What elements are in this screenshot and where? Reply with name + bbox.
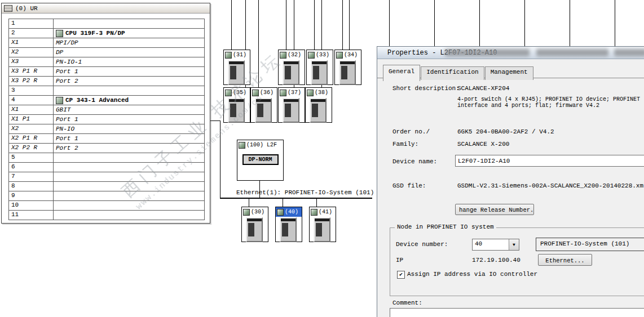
rack-row[interactable]: X1GBIT bbox=[8, 105, 205, 115]
device-number-label: Device number: bbox=[396, 241, 448, 248]
rack-table: 12CPU 319F-3 PN/DPX1MPI/DPX2DPX3PN-IO-1X… bbox=[8, 19, 205, 220]
rack-row[interactable]: 9 bbox=[8, 191, 205, 201]
slot-label: 5 bbox=[8, 153, 54, 162]
rack-row[interactable]: 11 bbox=[8, 211, 205, 220]
device-node-100-l2f[interactable]: (100) L2F DP-NORM bbox=[237, 140, 284, 181]
device-header: (32) bbox=[279, 50, 305, 60]
order-no-value: 6GK5 204-0BA00-2AF2 / V4.2 bbox=[457, 128, 554, 135]
rack-row[interactable]: X1 P1Port 1 bbox=[8, 115, 205, 124]
device-icon bbox=[225, 52, 232, 59]
device-icon bbox=[252, 90, 259, 96]
module-name: Port 1 bbox=[56, 68, 78, 75]
comment-label: Comment: bbox=[392, 300, 422, 306]
chevron-down-icon[interactable]: ▼ bbox=[509, 239, 519, 250]
rack-row[interactable]: X2 P1 RPort 1 bbox=[8, 134, 205, 144]
module-graphic bbox=[283, 60, 299, 85]
device-name-input[interactable] bbox=[455, 155, 644, 167]
device-number-value: 40 bbox=[473, 239, 509, 250]
rack-row[interactable]: X2DP bbox=[8, 48, 205, 57]
device-node-33[interactable]: (33) bbox=[306, 50, 333, 85]
device-label: (40) bbox=[285, 209, 298, 215]
tab-management[interactable]: Management bbox=[485, 66, 533, 80]
rack-row[interactable]: 4CP 343-1 Advanced bbox=[8, 96, 205, 105]
rack-row[interactable]: X3PN-IO-1 bbox=[8, 57, 205, 67]
device-graphic bbox=[251, 97, 277, 123]
device-label: (41) bbox=[319, 209, 332, 215]
module-cell: PN-IO bbox=[54, 124, 205, 133]
device-label: (100) L2F bbox=[246, 142, 277, 148]
comment-textarea[interactable] bbox=[390, 308, 644, 317]
device-header: (40) bbox=[276, 207, 302, 217]
device-graphic bbox=[335, 60, 361, 85]
module-cell bbox=[54, 201, 205, 210]
device-header: (38) bbox=[306, 88, 332, 97]
rack-row[interactable]: 1 bbox=[8, 19, 205, 29]
device-label: (35) bbox=[233, 90, 246, 96]
device-node-41[interactable]: (41) bbox=[309, 207, 336, 242]
rack-row[interactable]: 8 bbox=[8, 182, 205, 191]
gsd-file-label: GSD file: bbox=[392, 182, 426, 189]
device-header: (37) bbox=[279, 88, 305, 97]
module-cell bbox=[54, 153, 205, 162]
device-node-36[interactable]: (36) bbox=[250, 87, 277, 123]
profinet-bus-label[interactable]: Ethernet(1): PROFINET-IO-System (101) bbox=[236, 189, 374, 196]
slot-label: 11 bbox=[8, 211, 54, 220]
module-cell: Port 1 bbox=[54, 67, 205, 76]
slot-label: 7 bbox=[8, 172, 54, 181]
device-node-30[interactable]: (30) bbox=[241, 207, 268, 242]
device-number-combobox[interactable]: 40 ▼ bbox=[472, 239, 519, 251]
device-node-31[interactable]: (31) bbox=[223, 50, 250, 85]
slot-label: X2 P2 R bbox=[8, 144, 54, 153]
device-node-37[interactable]: (37) bbox=[278, 87, 305, 123]
io-system-field: PROFINET-IO-System (101) bbox=[536, 238, 644, 251]
tab-general[interactable]: General bbox=[383, 65, 420, 81]
family-value: SCALANCE X-200 bbox=[457, 141, 509, 148]
device-node-40[interactable]: (40) bbox=[275, 207, 302, 242]
ip-label: IP bbox=[396, 257, 403, 264]
device-node-32[interactable]: (32) bbox=[278, 50, 305, 85]
module-graphic bbox=[339, 60, 356, 85]
rack-window: (0) UR 12CPU 319F-3 PN/DPX1MPI/DPX2DPX3P… bbox=[1, 3, 210, 224]
module-cell bbox=[54, 211, 205, 220]
rack-window-titlebar[interactable]: (0) UR bbox=[2, 3, 210, 14]
node-group-box: Node in PROFINET IO system Device number… bbox=[390, 227, 644, 296]
device-label: (30) bbox=[251, 209, 264, 215]
rack-row[interactable]: 5 bbox=[8, 153, 205, 163]
rack-row[interactable]: X2PN-IO bbox=[8, 124, 205, 134]
rack-row[interactable]: 6 bbox=[8, 163, 205, 172]
device-graphic bbox=[306, 97, 332, 123]
device-node-34[interactable]: (34) bbox=[334, 50, 361, 85]
slot-label: 1 bbox=[8, 19, 54, 28]
rack-row[interactable]: X2 P2 RPort 2 bbox=[8, 144, 205, 153]
device-icon bbox=[280, 90, 286, 96]
dialog-titlebar[interactable]: Properties - L2F07-1DI2-A10 bbox=[377, 47, 644, 59]
change-release-number-button[interactable]: hange Release Number. bbox=[455, 204, 534, 215]
rack-window-title: (0) UR bbox=[15, 5, 38, 12]
device-header: (34) bbox=[335, 50, 361, 60]
module-graphic bbox=[228, 60, 245, 85]
module-graphic bbox=[246, 217, 263, 242]
module-name: PN-IO-1 bbox=[56, 59, 82, 65]
module-name: PN-IO bbox=[56, 126, 74, 132]
rack-row[interactable]: 7 bbox=[8, 172, 205, 182]
rack-row[interactable]: 2CPU 319F-3 PN/DP bbox=[8, 29, 205, 38]
short-description-value: SCALANCE-XF204 bbox=[457, 85, 509, 92]
assign-ip-checkbox[interactable]: ✔ bbox=[397, 271, 405, 279]
rack-row[interactable]: X1MPI/DP bbox=[8, 38, 205, 48]
rack-row[interactable]: 3 bbox=[8, 86, 205, 96]
slot-label: 3 bbox=[8, 86, 54, 95]
device-icon bbox=[239, 142, 245, 149]
ethernet-button[interactable]: Ethernet... bbox=[538, 254, 592, 266]
rack-row[interactable]: X3 P1 RPort 1 bbox=[8, 67, 205, 77]
ip-value: 172.19.100.40 bbox=[472, 257, 521, 264]
tab-identification[interactable]: Identification bbox=[421, 66, 484, 80]
module-name: MPI/DP bbox=[56, 39, 78, 46]
device-node-38[interactable]: (38) bbox=[305, 87, 332, 123]
rack-row[interactable]: 10 bbox=[8, 201, 205, 211]
device-node-35[interactable]: (35) bbox=[223, 87, 250, 123]
module-graphic bbox=[311, 60, 328, 85]
module-cell: Port 1 bbox=[54, 115, 205, 124]
rack-row[interactable]: X3 P2 RPort 2 bbox=[8, 77, 205, 86]
slot-label: X1 P1 bbox=[8, 115, 54, 124]
module-cell: Port 2 bbox=[54, 77, 205, 86]
